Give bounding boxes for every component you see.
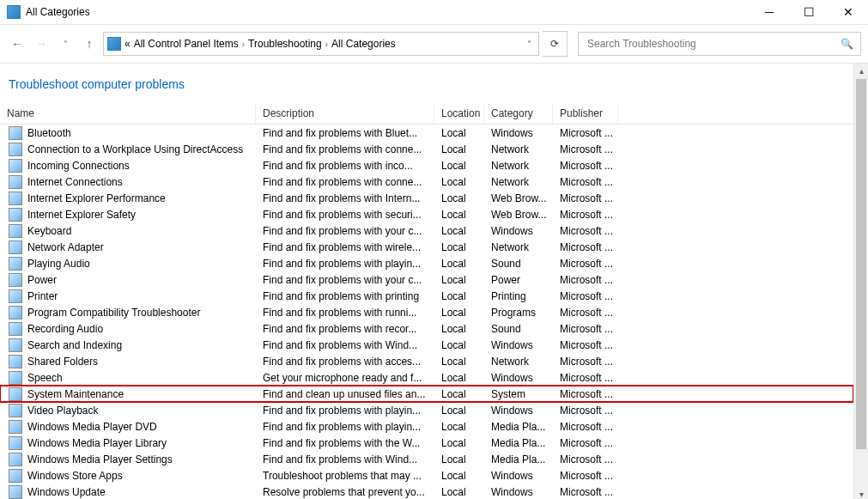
column-header-category[interactable]: Category (484, 103, 553, 124)
breadcrumb-item[interactable]: All Control Panel Items› (134, 38, 245, 50)
row-location: Local (434, 258, 484, 270)
troubleshooter-icon (9, 306, 22, 319)
row-name: Incoming Connections (27, 160, 130, 172)
forward-button[interactable]: → (31, 33, 52, 54)
table-row[interactable]: Internet Explorer PerformanceFind and fi… (0, 190, 853, 206)
row-description: Find and fix problems with wirele... (256, 241, 434, 253)
vertical-scrollbar[interactable]: ▴ ▾ (853, 64, 868, 499)
row-category: Media Pla... (484, 421, 553, 433)
table-row[interactable]: Windows Media Player SettingsFind and fi… (0, 451, 853, 467)
table-row[interactable]: Network AdapterFind and fix problems wit… (0, 239, 853, 255)
row-name: Windows Store Apps (27, 470, 123, 482)
recent-locations-dropdown[interactable]: ˅ (55, 33, 76, 54)
row-publisher: Microsoft ... (553, 372, 618, 384)
troubleshooter-icon (9, 240, 22, 254)
table-row[interactable]: System MaintenanceFind and clean up unus… (0, 386, 853, 402)
troubleshooter-icon (9, 469, 22, 483)
troubleshooter-icon (9, 338, 22, 352)
main-content: Troubleshoot computer problems Name Desc… (0, 64, 853, 499)
row-location: Local (434, 421, 484, 433)
troubleshooter-icon (9, 257, 22, 271)
search-input[interactable] (586, 37, 835, 51)
maximize-button[interactable]: ☐ (789, 0, 829, 24)
row-description: Find and fix problems with Intern... (256, 192, 434, 204)
troubleshooter-icon (9, 420, 22, 434)
table-row[interactable]: Video PlaybackFind and fix problems with… (0, 402, 853, 418)
table-row[interactable]: Windows Media Player LibraryFind and fix… (0, 435, 853, 451)
back-button[interactable]: ← (7, 33, 27, 54)
table-row[interactable]: Windows Store AppsTroubleshoot problems … (0, 467, 853, 484)
table-row[interactable]: Recording AudioFind and fix problems wit… (0, 320, 853, 337)
table-row[interactable]: Internet ConnectionsFind and fix problem… (0, 173, 853, 190)
table-row[interactable]: BluetoothFind and fix problems with Blue… (0, 125, 853, 141)
scroll-up-button[interactable]: ▴ (854, 64, 868, 77)
row-location: Local (434, 307, 484, 319)
search-icon[interactable]: 🔍 (841, 38, 853, 50)
table-row[interactable]: PrinterFind and fix problems with printi… (0, 288, 853, 304)
minimize-button[interactable]: ─ (750, 0, 789, 24)
table-row[interactable]: Playing AudioFind and fix problems with … (0, 255, 853, 271)
table-row[interactable]: Program Compatibility TroubleshooterFind… (0, 304, 853, 320)
location-icon (107, 37, 121, 51)
row-description: Find and fix problems with Bluet... (256, 127, 434, 139)
column-header-publisher[interactable]: Publisher (553, 103, 618, 124)
table-row[interactable]: Connection to a Workplace Using DirectAc… (0, 141, 853, 157)
row-name: Windows Update (27, 486, 106, 498)
table-row[interactable]: Search and IndexingFind and fix problems… (0, 337, 853, 353)
troubleshooter-icon (9, 485, 22, 499)
troubleshooter-icon (9, 159, 22, 173)
row-description: Find and fix problems with the W... (256, 437, 434, 449)
row-publisher: Microsoft ... (553, 405, 618, 417)
column-header-location[interactable]: Location (434, 103, 484, 124)
row-location: Local (434, 323, 484, 335)
troubleshooter-icon (9, 289, 22, 303)
table-row[interactable]: Incoming ConnectionsFind and fix problem… (0, 157, 853, 173)
row-category: Media Pla... (484, 453, 553, 466)
row-description: Find and fix problems with printing (256, 290, 434, 302)
chevron-right-icon: › (325, 40, 328, 49)
row-name: Internet Explorer Performance (27, 192, 166, 204)
troubleshooter-icon (9, 355, 22, 368)
row-location: Local (434, 486, 484, 498)
row-category: Network (484, 241, 553, 253)
refresh-button[interactable]: ⟳ (543, 31, 568, 57)
column-header-description[interactable]: Description (256, 103, 434, 124)
scroll-thumb[interactable] (856, 79, 866, 449)
row-category: Windows (484, 470, 553, 482)
table-row[interactable]: PowerFind and fix problems with your c..… (0, 271, 853, 288)
row-location: Local (434, 192, 484, 204)
titlebar: All Categories ─ ☐ ✕ (0, 0, 868, 25)
table-row[interactable]: Shared FoldersFind and fix problems with… (0, 353, 853, 369)
row-location: Local (434, 372, 484, 384)
table-row[interactable]: KeyboardFind and fix problems with your … (0, 222, 853, 239)
row-name: Video Playback (27, 405, 99, 417)
address-bar[interactable]: « All Control Panel Items› Troubleshooti… (103, 32, 539, 56)
scroll-down-button[interactable]: ▾ (854, 487, 868, 499)
row-category: Windows (484, 405, 553, 417)
address-history-dropdown[interactable]: ˅ (524, 40, 535, 49)
row-location: Local (434, 160, 484, 172)
row-name: Search and Indexing (27, 339, 122, 351)
column-header-name[interactable]: Name (0, 103, 256, 124)
row-description: Find and fix problems with conne... (256, 143, 434, 155)
table-row[interactable]: Internet Explorer SafetyFind and fix pro… (0, 206, 853, 222)
row-category: Windows (484, 127, 553, 139)
breadcrumb-root[interactable]: « (124, 38, 131, 50)
search-box[interactable]: 🔍 (578, 32, 861, 56)
row-publisher: Microsoft ... (553, 192, 618, 204)
close-button[interactable]: ✕ (829, 0, 868, 24)
table-row[interactable]: Windows UpdateResolve problems that prev… (0, 484, 853, 499)
breadcrumb-item[interactable]: Troubleshooting› (248, 38, 328, 50)
up-button[interactable]: ↑ (79, 33, 100, 54)
breadcrumb-item[interactable]: All Categories (331, 38, 396, 50)
row-location: Local (434, 356, 484, 368)
row-publisher: Microsoft ... (553, 307, 618, 319)
row-category: Printing (484, 290, 553, 302)
table-row[interactable]: Windows Media Player DVDFind and fix pro… (0, 418, 853, 435)
row-description: Find and fix problems with Wind... (256, 339, 434, 351)
table-row[interactable]: SpeechGet your microphone ready and f...… (0, 369, 853, 386)
row-publisher: Microsoft ... (553, 470, 618, 482)
row-description: Find and fix problems with securi... (256, 209, 434, 221)
row-publisher: Microsoft ... (553, 258, 618, 270)
row-name: Windows Media Player Library (27, 437, 167, 449)
